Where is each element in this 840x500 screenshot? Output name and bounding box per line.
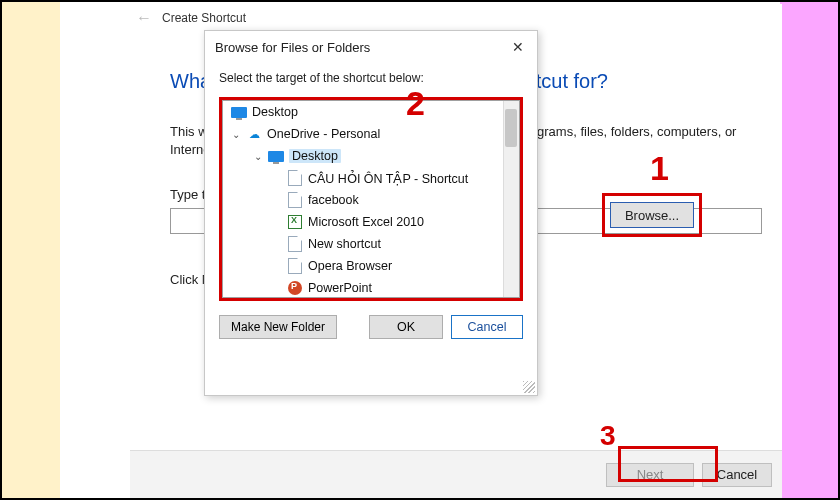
- screenshot-outer-border: [0, 0, 840, 500]
